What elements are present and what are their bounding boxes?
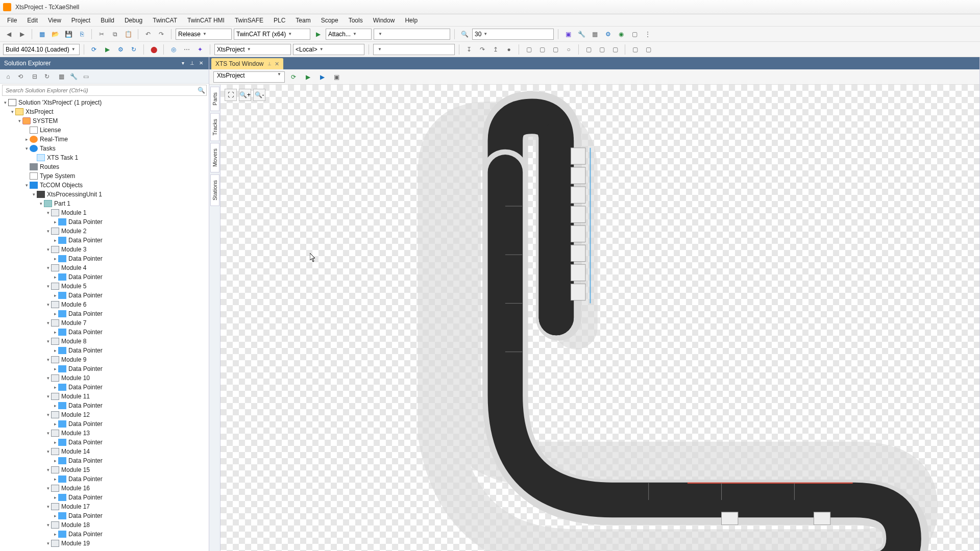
panel-pin-icon[interactable]: ⊥ xyxy=(188,60,195,67)
misc-g-icon[interactable]: ▢ xyxy=(609,44,621,55)
expander-icon[interactable]: ▾ xyxy=(45,302,51,307)
track-canvas[interactable]: ⛶ 🔍+ 🔍- xyxy=(220,85,979,551)
sync-icon[interactable]: ⟲ xyxy=(15,71,26,82)
expander-icon[interactable]: ▾ xyxy=(45,265,51,270)
expander-icon[interactable]: ▾ xyxy=(45,541,51,546)
misc-e-icon[interactable]: ▢ xyxy=(583,44,594,55)
tab-close-icon[interactable]: ✕ xyxy=(275,61,279,67)
menu-debug[interactable]: Debug xyxy=(119,15,148,26)
node-module-5[interactable]: ▾Module 5 xyxy=(0,282,209,291)
menu-scope[interactable]: Scope xyxy=(316,15,344,26)
search-input[interactable] xyxy=(3,87,196,93)
tc-misc-icon[interactable]: ⋯ xyxy=(181,44,192,55)
panel-dropdown-icon[interactable]: ▾ xyxy=(179,60,186,67)
node-datapointer-3[interactable]: ▸Data Pointer xyxy=(0,254,209,263)
expander-icon[interactable]: ▾ xyxy=(45,247,51,252)
menu-team[interactable]: Team xyxy=(290,15,315,26)
misc-a-icon[interactable]: ▢ xyxy=(523,44,534,55)
panel-close-icon[interactable]: ✕ xyxy=(198,60,205,67)
doc-play-icon[interactable]: ▶ xyxy=(302,71,313,83)
cut-icon[interactable]: ✂ xyxy=(96,29,107,40)
nav-back-icon[interactable]: ◀ xyxy=(3,29,14,40)
node-license[interactable]: License xyxy=(0,126,209,135)
expander-icon[interactable]: ▾ xyxy=(23,146,30,151)
node-datapointer-17[interactable]: ▸Data Pointer xyxy=(0,511,209,520)
node-datapointer-5[interactable]: ▸Data Pointer xyxy=(0,291,209,300)
new-project-icon[interactable]: ▦ xyxy=(36,29,47,40)
misc-c-icon[interactable]: ▢ xyxy=(550,44,561,55)
expander-icon[interactable]: ▾ xyxy=(38,201,44,206)
node-realtime[interactable]: ▸Real-Time xyxy=(0,135,209,144)
node-datapointer-7[interactable]: ▸Data Pointer xyxy=(0,328,209,337)
expander-icon[interactable]: ▸ xyxy=(23,137,30,142)
expander-icon[interactable]: ▸ xyxy=(52,440,58,445)
wrench-icon[interactable]: 🔧 xyxy=(576,29,587,40)
node-datapointer-15[interactable]: ▸Data Pointer xyxy=(0,474,209,484)
menu-twincat-hmi[interactable]: TwinCAT HMI xyxy=(182,15,230,26)
tc-icon-5[interactable]: ▢ xyxy=(629,29,640,40)
bp-icon[interactable]: ● xyxy=(503,44,514,55)
menu-file[interactable]: File xyxy=(2,15,22,26)
side-tab-stations[interactable]: Stations xyxy=(210,174,219,206)
expander-icon[interactable]: ▾ xyxy=(2,100,8,105)
menu-tools[interactable]: Tools xyxy=(344,15,368,26)
node-module-14[interactable]: ▾Module 14 xyxy=(0,447,209,456)
node-typesystem[interactable]: Type System xyxy=(0,171,209,181)
node-task1[interactable]: XTS Task 1 xyxy=(0,153,209,162)
expander-icon[interactable]: ▸ xyxy=(52,219,58,224)
find-icon[interactable]: 🔍 xyxy=(459,29,470,40)
node-module-19[interactable]: ▾Module 19 xyxy=(0,539,209,548)
menu-view[interactable]: View xyxy=(43,15,66,26)
expander-icon[interactable]: ▸ xyxy=(52,311,58,316)
tc-scope-icon[interactable]: ◎ xyxy=(168,44,179,55)
menu-edit[interactable]: Edit xyxy=(22,15,43,26)
expander-icon[interactable]: ▾ xyxy=(45,449,51,454)
tc-icon-6[interactable]: ⋮ xyxy=(642,29,653,40)
misc-f-icon[interactable]: ▢ xyxy=(596,44,607,55)
config-dropdown[interactable]: Release▼ xyxy=(176,29,232,40)
side-tab-movers[interactable]: Movers xyxy=(210,143,219,172)
properties-icon[interactable]: 🔧 xyxy=(68,71,79,82)
node-datapointer-9[interactable]: ▸Data Pointer xyxy=(0,364,209,373)
expander-icon[interactable]: ▸ xyxy=(52,385,58,390)
tab-xts-tool-window[interactable]: XTS Tool Window ⊥ ✕ xyxy=(211,58,283,69)
expander-icon[interactable]: ▾ xyxy=(45,486,51,491)
node-datapointer-18[interactable]: ▸Data Pointer xyxy=(0,530,209,539)
redo-icon[interactable]: ↷ xyxy=(156,29,167,40)
node-datapointer-8[interactable]: ▸Data Pointer xyxy=(0,346,209,355)
node-xpu[interactable]: ▾XtsProcessingUnit 1 xyxy=(0,190,209,199)
node-datapointer-16[interactable]: ▸Data Pointer xyxy=(0,493,209,502)
home-icon[interactable]: ⌂ xyxy=(3,71,13,82)
save-icon[interactable]: 💾 xyxy=(63,29,74,40)
tc-run-icon[interactable]: ▶ xyxy=(102,44,113,55)
tc-restart-icon[interactable]: ⟳ xyxy=(88,44,100,55)
node-tccom[interactable]: ▾TcCOM Objects xyxy=(0,181,209,190)
node-system[interactable]: ▾SYSTEM xyxy=(0,116,209,126)
doc-stop-icon[interactable]: ▣ xyxy=(331,71,342,83)
node-module-17[interactable]: ▾Module 17 xyxy=(0,502,209,511)
menu-help[interactable]: Help xyxy=(400,15,423,26)
step-over-icon[interactable]: ↷ xyxy=(477,44,488,55)
scope-dropdown[interactable]: <Local>▼ xyxy=(293,44,364,55)
node-datapointer-14[interactable]: ▸Data Pointer xyxy=(0,456,209,465)
expander-icon[interactable]: ▸ xyxy=(52,403,58,408)
menu-window[interactable]: Window xyxy=(368,15,400,26)
node-module-12[interactable]: ▾Module 12 xyxy=(0,410,209,419)
tab-pin-icon[interactable]: ⊥ xyxy=(267,61,272,66)
step-out-icon[interactable]: ↥ xyxy=(490,44,501,55)
build-dropdown[interactable]: Build 4024.10 (Loaded)▼ xyxy=(3,44,80,55)
number-field[interactable]: 30▼ xyxy=(472,29,554,40)
menu-plc[interactable]: PLC xyxy=(268,15,290,26)
copy-icon[interactable]: ⧉ xyxy=(109,29,120,40)
collapse-icon[interactable]: ⊟ xyxy=(30,71,40,82)
node-datapointer-4[interactable]: ▸Data Pointer xyxy=(0,272,209,282)
tc-stop-icon[interactable]: ⬤ xyxy=(148,44,159,55)
expander-icon[interactable]: ▾ xyxy=(45,357,51,362)
expander-icon[interactable]: ▾ xyxy=(31,192,37,197)
refresh-icon[interactable]: ↻ xyxy=(42,71,52,82)
doc-project-combo[interactable]: XtsProject ▼ xyxy=(213,71,285,83)
solution-tree[interactable]: ▾Solution 'XtsProject' (1 project)▾XtsPr… xyxy=(0,97,209,551)
node-datapointer-1[interactable]: ▸Data Pointer xyxy=(0,217,209,227)
side-tab-tracks[interactable]: Tracks xyxy=(210,113,219,141)
zoom-fit-icon[interactable]: ⛶ xyxy=(225,89,237,101)
